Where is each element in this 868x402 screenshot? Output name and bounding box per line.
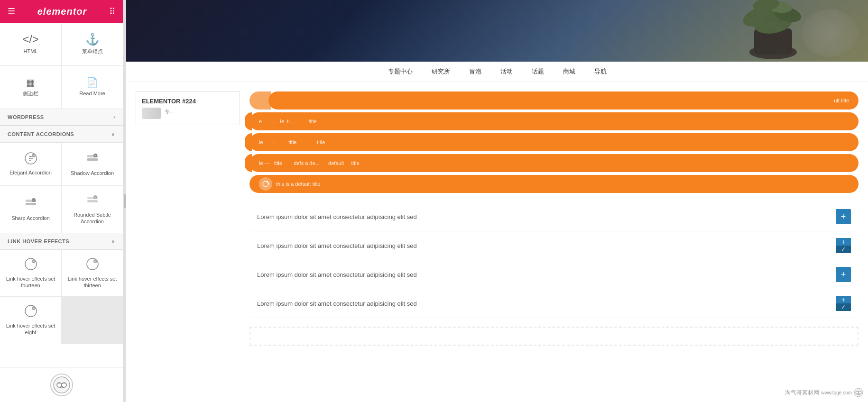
elegant-accordion-label: Elegant Accordion [9,169,52,176]
widget-label-menu-anchor: 菜单锚点 [82,48,103,55]
sidebar: ☰ elementor ⠿ </> HTML ⚓ 菜单锚点 ▦ 侧边栏 📄 Re… [0,0,123,402]
nav-item-2[interactable]: 冒泡 [469,67,481,76]
placeholder-zone [249,327,859,346]
link-hover-section-header[interactable]: LINK HOVER EFFECTS ∨ [0,233,123,250]
accordion-bar-label-4: this is a default title [276,181,321,187]
accordion-bar-0[interactable]: ult title [268,91,859,110]
widget-item-link-hover-14[interactable]: Link hover effects set fourteen [0,250,61,297]
widget-item-html[interactable]: </> HTML [0,23,61,65]
read-more-icon: 📄 [86,78,98,87]
accordion-bar-label-1: e — le ti... title [259,119,317,124]
accordion-bar-2[interactable]: le — title title [249,133,859,151]
rounded-subtle-accordion-label: Rounded Subtle Accordion [65,211,119,225]
link-hover-widget-grid: Link hover effects set fourteen Link hov… [0,250,123,344]
svg-rect-9 [87,200,98,202]
svg-point-23 [749,45,797,59]
html-icon: </> [22,34,39,45]
svg-point-26 [772,4,803,25]
svg-rect-24 [754,28,792,55]
svg-point-27 [740,3,777,30]
content-accordions-chevron: ∨ [111,131,115,137]
link-hover-content: Link hover effects set fourteen Link hov… [0,250,123,344]
watermark: 淘气哥素材网 www.tqge.com [785,388,863,397]
sharp-accordion-icon [24,197,37,212]
widget-item-shadow-accordion[interactable]: Shadow Accordion [62,143,123,185]
link-hover-14-label: Link hover effects set fourteen [4,275,57,289]
widget-item-elegant-accordion[interactable]: Elegant Accordion [0,143,61,185]
link-hover-14-icon [24,257,37,273]
elementor-card: ELEMENTOR #224 专... [136,91,240,125]
content-accordions-title: CONTENT ACCORDIONS [8,131,74,137]
widget-item-link-hover-8[interactable]: Link hover effects set eight [0,297,61,344]
watermark-site: www.tqge.com [821,390,852,395]
accordion-bar-3[interactable]: le — title defs a de... default . title [249,154,859,172]
blue-accordion-section: Lorem ipsum dolor sit amet consectetur a… [249,202,859,318]
nav-item-0[interactable]: 专题中心 [388,67,413,76]
svg-point-25 [753,11,794,36]
blue-row-text-1: Lorem ipsum dolor sit amet consectetur a… [257,242,417,249]
widget-label-read-more: Read More [79,90,105,97]
accordion-bar-1[interactable]: e — le ti... title [249,112,859,130]
widget-item-link-hover-13[interactable]: Link hover effects set thirteen [62,250,123,297]
elementor-logo: elementor [37,6,87,17]
content-left: ELEMENTOR #224 专... [136,91,240,393]
blue-row-btn-bottom-1[interactable]: ✓ [836,246,851,253]
blue-row-0: Lorem ipsum dolor sit amet consectetur a… [249,202,859,231]
widget-item-sidebar[interactable]: ▦ 侧边栏 [0,66,61,109]
nav-item-5[interactable]: 商城 [563,67,575,76]
blue-row-btn-2[interactable]: + [836,267,851,282]
widget-item-read-more[interactable]: 📄 Read More [62,66,123,109]
wordpress-chevron-icon: › [113,114,115,120]
plant-decoration [702,0,844,59]
rounded-subtle-accordion-icon [86,193,99,209]
hamburger-icon[interactable]: ☰ [8,6,15,17]
watermark-label: 淘气哥素材网 [785,389,819,397]
svg-point-32 [856,391,859,394]
elementor-subtitle: 专... [165,108,174,115]
elegant-accordion-icon [24,152,37,166]
widget-item-sharp-accordion[interactable]: Sharp Accordion [0,186,61,233]
blue-row-text-0: Lorem ipsum dolor sit amet consectetur a… [257,213,417,220]
nav-item-1[interactable]: 研究所 [432,67,450,76]
resize-handle-visual [124,194,126,208]
link-hover-title: LINK HOVER EFFECTS [8,238,69,244]
nav-item-6[interactable]: 导航 [594,67,607,76]
grid-icon[interactable]: ⠿ [109,6,115,17]
shadow-accordion-label: Shadow Accordion [71,170,114,176]
blue-row-btn-1[interactable]: + ✓ [836,238,851,253]
blue-row-btn-top-1[interactable]: + [836,238,851,246]
blue-row-btn-bottom-3[interactable]: ✓ [836,303,851,311]
svg-rect-3 [87,158,98,161]
accordion-spinner-icon [259,177,272,191]
blue-row-3: Lorem ipsum dolor sit amet consectetur a… [249,289,859,318]
link-hover-13-icon [86,257,99,273]
blue-row-text-3: Lorem ipsum dolor sit amet consectetur a… [257,300,417,307]
content-accordions-section-header[interactable]: CONTENT ACCORDIONS ∨ [0,126,123,143]
nav-item-4[interactable]: 话题 [532,67,544,76]
link-hover-8-label: Link hover effects set eight [4,322,57,336]
sidebar-widget-icon: ▦ [26,78,35,87]
nav-bar: 专题中心 研究所 冒泡 活动 话题 商城 导航 [126,62,868,82]
widget-item-menu-anchor[interactable]: ⚓ 菜单锚点 [62,23,123,65]
anchor-icon: ⚓ [85,34,100,45]
svg-point-29 [752,0,780,13]
blue-row-btn-top-3[interactable]: + [836,296,851,303]
blue-row-btn-3[interactable]: + ✓ [836,296,851,311]
link-hover-chevron: ∨ [111,238,115,245]
blue-row-btn-0[interactable]: + [836,209,851,224]
elementor-title: ELEMENTOR #224 [142,98,234,105]
watermark-icon [854,388,863,397]
link-hover-13-label: Link hover effects set thirteen [65,275,119,289]
hero-image [126,0,868,62]
blue-row-2: Lorem ipsum dolor sit amet consectetur a… [249,260,859,289]
sharp-accordion-label: Sharp Accordion [11,215,50,221]
accordion-bar-4[interactable]: this is a default title [249,175,859,193]
orange-accordion-section: ult title e — le ti... title le — title … [249,91,859,193]
accordion-widget-grid: Elegant Accordion Shadow Accordion [0,143,123,233]
svg-rect-6 [26,203,36,205]
footer-avatar-icon [50,374,73,396]
sidebar-footer [0,367,123,402]
widget-item-rounded-subtle-accordion[interactable]: Rounded Subtle Accordion [62,186,123,233]
nav-item-3[interactable]: 活动 [500,67,513,76]
wordpress-section-header[interactable]: WORDPRESS › [0,109,123,126]
